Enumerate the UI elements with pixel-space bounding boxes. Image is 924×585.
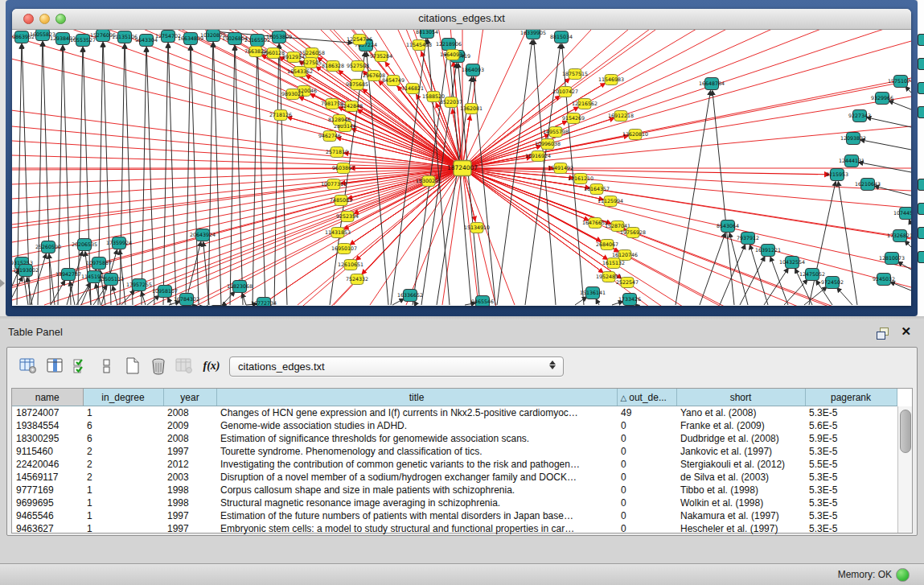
table-cell[interactable]: Structural magnetic resonance image aver… (216, 496, 617, 509)
table-row[interactable]: 2242004622012Investigating the contribut… (12, 458, 897, 471)
table-cell[interactable]: 1 (83, 496, 163, 509)
table-cell[interactable]: Changes of HCN gene expression and I(f) … (216, 406, 617, 420)
cited-node-yellow[interactable]: 11431853 (325, 228, 351, 238)
table-cell[interactable]: 49 (617, 406, 676, 420)
cited-node-yellow[interactable]: 15134910 (464, 223, 490, 233)
table-cell[interactable]: Genome-wide association studies in ADHD. (216, 419, 617, 432)
cited-node-yellow[interactable]: 12216562 (572, 99, 598, 109)
memory-status-icon[interactable] (896, 568, 910, 582)
table-cell[interactable]: 0 (617, 458, 676, 471)
column-header-out_de[interactable]: △out_de... (617, 389, 676, 406)
table-cell[interactable]: 9465546 (12, 509, 83, 522)
table-cell[interactable]: Disruption of a novel member of a sodium… (216, 471, 617, 484)
cited-node-yellow[interactable]: 15491492 (548, 163, 573, 174)
close-panel-icon[interactable]: ✕ (901, 325, 911, 338)
table-cell[interactable]: Jankovic et al. (1997) (676, 445, 805, 458)
citing-node-teal[interactable]: 17326821 (887, 230, 911, 242)
citing-node-teal[interactable]: 9465546 (471, 296, 494, 307)
cited-node-yellow[interactable]: 16916924 (525, 151, 551, 162)
table-cell[interactable]: Embryonic stem cells: a model to study s… (216, 522, 617, 535)
table-row[interactable]: 977716911998Corpus callosum shape and si… (12, 484, 897, 496)
column-header-short[interactable]: short (676, 389, 805, 406)
table-cell[interactable]: 1997 (163, 509, 216, 522)
citing-node-teal[interactable]: 8815034 (550, 31, 573, 43)
cited-node-yellow[interactable]: 3146821 (401, 84, 424, 94)
citing-node-teal[interactable]: 15136141 (580, 287, 606, 299)
table-cell[interactable]: 5.3E-5 (805, 509, 897, 522)
table-cell[interactable]: 2 (83, 445, 163, 458)
citing-node-teal[interactable]: 16648784 (699, 78, 725, 90)
cited-node-yellow[interactable]: 1615132 (602, 258, 625, 269)
citing-node-teal[interactable]: 9227343 (848, 110, 871, 122)
citing-node-teal[interactable]: 1733426 (618, 294, 641, 306)
citing-node-teal[interactable]: 12093832 (840, 133, 866, 145)
cited-node-yellow[interactable]: 2718126 (269, 110, 292, 121)
citing-node-teal[interactable]: 12218906 (436, 39, 462, 51)
citing-node-teal[interactable]: 9242450 (206, 306, 228, 307)
citing-node-teal[interactable]: 8543064 (717, 220, 739, 233)
citing-node-teal[interactable]: 9724502 (821, 277, 844, 289)
citing-node-teal[interactable]: 9643304 (135, 35, 158, 47)
table-cell[interactable]: 22420046 (12, 458, 83, 471)
table-cell[interactable]: 18300295 (12, 432, 83, 445)
table-cell[interactable]: 2 (83, 458, 163, 471)
table-row[interactable]: 911546021997Tourette syndrome. Phenomeno… (12, 445, 897, 458)
table-cell[interactable]: 19384554 (12, 419, 83, 432)
cited-node-yellow[interactable]: 9875685 (346, 80, 368, 90)
cited-node-yellow[interactable]: 16164357 (584, 184, 610, 195)
table-cell[interactable]: 2009 (163, 419, 216, 432)
table-cell[interactable]: 1997 (163, 522, 216, 535)
table-cell[interactable]: 9115460 (12, 445, 83, 458)
table-cell[interactable]: 5.5E-5 (805, 458, 897, 471)
table-cell[interactable]: Dudbridge et al. (2008) (676, 432, 805, 445)
table-row[interactable]: 969969511998Structural magnetic resonanc… (12, 496, 897, 509)
column-header-name[interactable]: name (12, 389, 83, 406)
function-builder-button[interactable]: f(x) (200, 355, 223, 377)
cited-node-yellow[interactable]: 13620810 (622, 130, 648, 140)
table-cell[interactable]: 0 (617, 484, 676, 496)
cited-node-yellow[interactable]: 11546983 (598, 75, 624, 85)
cited-node-yellow[interactable]: 12161210 (568, 174, 593, 184)
table-cell[interactable]: Investigating the contribution of common… (216, 458, 617, 471)
table-cell[interactable]: 5.6E-5 (805, 419, 897, 432)
cited-node-yellow[interactable]: 2684067 (596, 240, 618, 250)
table-cell[interactable]: Stergiakouli et al. (2012) (676, 458, 805, 471)
column-header-pagerank[interactable]: pagerank (805, 389, 897, 406)
cited-node-yellow[interactable]: 9735284 (370, 51, 392, 62)
table-cell[interactable]: Corpus callosum shape and size in male p… (216, 484, 617, 496)
table-cell[interactable]: 0 (617, 522, 676, 535)
citing-node-teal[interactable]: 10744562 (893, 208, 911, 220)
table-cell[interactable]: Estimation of the future numbers of pati… (216, 509, 617, 522)
table-cell[interactable]: 5.9E-5 (805, 432, 897, 445)
select-rows-button[interactable] (70, 355, 92, 377)
table-cell[interactable]: Yano et al. (2008) (676, 406, 805, 420)
table-row[interactable]: 1938455462009Genome-wide association stu… (12, 419, 897, 432)
table-cell[interactable]: Hescheler et al. (1997) (676, 522, 805, 535)
cited-node-yellow[interactable]: 10107427 (552, 87, 578, 97)
table-cell[interactable]: 0 (617, 509, 676, 522)
delete-table-button[interactable] (147, 355, 170, 377)
table-cell[interactable]: 0 (617, 496, 676, 509)
table-cell[interactable]: Franke et al. (2009) (676, 419, 805, 432)
table-cell[interactable]: 5.3E-5 (805, 406, 897, 420)
table-select-dropdown[interactable]: citations_edges.txt (229, 356, 564, 377)
citing-node-teal[interactable]: 16391221 (755, 245, 781, 257)
table-cell[interactable]: 9777169 (12, 484, 83, 496)
table-cell[interactable]: 2008 (163, 406, 216, 420)
table-row[interactable]: 1456911722003Disruption of a novel membe… (12, 471, 897, 484)
table-cell[interactable]: 9463627 (12, 522, 83, 535)
table-cell[interactable]: 6 (83, 432, 163, 445)
citing-node-teal[interactable]: 16339905 (520, 30, 546, 39)
table-cell[interactable]: 0 (617, 445, 676, 458)
show-columns-button[interactable] (44, 355, 67, 377)
table-cell[interactable]: 1 (83, 509, 163, 522)
citing-node-teal[interactable]: 8813054 (416, 30, 438, 39)
citing-node-teal[interactable]: 17359924 (106, 237, 132, 249)
new-table-button[interactable] (121, 355, 144, 377)
table-cell[interactable]: 0 (617, 432, 676, 445)
citing-node-teal[interactable]: 16210643 (855, 179, 881, 191)
table-cell[interactable]: Tibbo et al. (1998) (676, 484, 805, 496)
citing-node-teal[interactable]: 1864093 (462, 64, 484, 76)
cited-node-yellow[interactable]: 8522037 (440, 97, 462, 108)
cited-node-yellow[interactable]: 16950107 (331, 244, 357, 254)
